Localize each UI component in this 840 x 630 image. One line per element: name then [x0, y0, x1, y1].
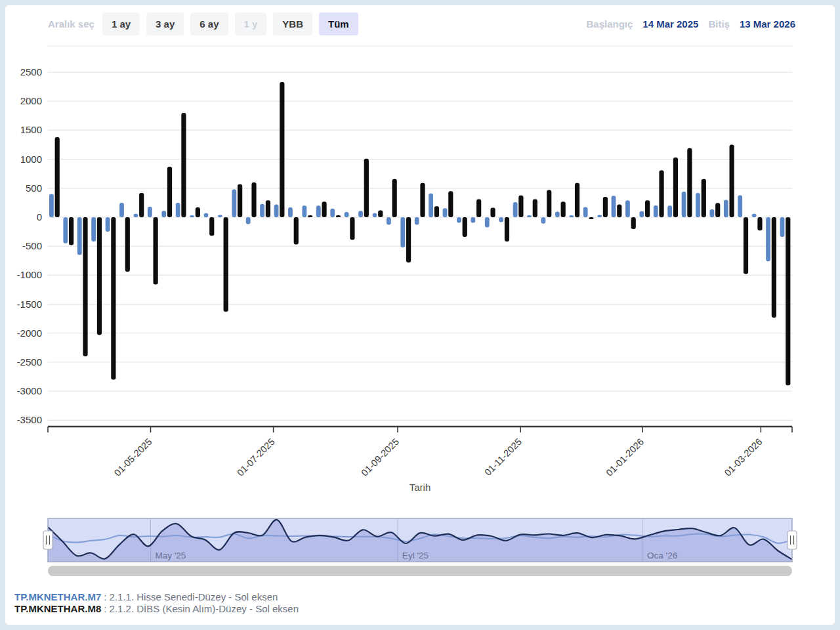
dibs-bar[interactable]: [55, 137, 60, 217]
hisse-bar[interactable]: [738, 195, 742, 217]
hisse-bar[interactable]: [176, 203, 180, 217]
dibs-bar[interactable]: [251, 182, 256, 217]
dibs-bar[interactable]: [154, 217, 158, 285]
dibs-bar[interactable]: [280, 82, 284, 217]
hisse-bar[interactable]: [133, 214, 138, 217]
dibs-bar[interactable]: [448, 191, 453, 217]
dibs-bar[interactable]: [772, 217, 776, 318]
legend-series-code[interactable]: TP.MKNETHAR.M8: [14, 603, 101, 614]
hisse-bar[interactable]: [429, 194, 433, 217]
dibs-bar[interactable]: [294, 217, 299, 245]
dibs-bar[interactable]: [97, 217, 102, 335]
legend-row-TP.MKNETHAR.M8[interactable]: TP.MKNETHAR.M8: 2.1.2. DİBS (Kesin Alım)…: [14, 603, 299, 615]
hisse-bar[interactable]: [555, 212, 560, 217]
dibs-bar[interactable]: [533, 200, 537, 217]
hisse-bar[interactable]: [625, 200, 630, 217]
dibs-bar[interactable]: [308, 215, 312, 217]
hisse-bar[interactable]: [612, 196, 616, 217]
hisse-bar[interactable]: [49, 194, 54, 217]
hisse-bar[interactable]: [387, 217, 391, 224]
hisse-bar[interactable]: [766, 217, 770, 261]
hisse-bar[interactable]: [682, 192, 686, 217]
dibs-bar[interactable]: [181, 113, 186, 217]
hisse-bar[interactable]: [260, 204, 264, 217]
dibs-bar[interactable]: [364, 159, 369, 217]
dibs-bar[interactable]: [589, 217, 593, 219]
hisse-bar[interactable]: [302, 205, 306, 217]
hisse-bar[interactable]: [485, 217, 490, 227]
hisse-bar[interactable]: [373, 213, 377, 217]
dibs-bar[interactable]: [575, 183, 579, 217]
dibs-bar[interactable]: [463, 217, 467, 237]
dibs-bar[interactable]: [350, 217, 354, 240]
hisse-bar[interactable]: [527, 215, 532, 217]
dibs-bar[interactable]: [336, 215, 341, 217]
hisse-bar[interactable]: [696, 193, 700, 217]
hisse-bar[interactable]: [190, 215, 194, 217]
hisse-bar[interactable]: [654, 205, 658, 217]
dibs-bar[interactable]: [547, 190, 551, 217]
hisse-bar[interactable]: [513, 202, 518, 217]
dibs-bar[interactable]: [125, 217, 130, 272]
hisse-bar[interactable]: [780, 217, 785, 237]
hisse-bar[interactable]: [91, 217, 96, 242]
dibs-bar[interactable]: [167, 167, 172, 217]
dibs-bar[interactable]: [603, 197, 608, 217]
hisse-bar[interactable]: [77, 217, 82, 255]
range-button-6-ay[interactable]: 6 ay: [190, 12, 228, 35]
range-button-3-ay[interactable]: 3 ay: [146, 12, 184, 35]
dibs-bar[interactable]: [83, 217, 87, 356]
navigator-left-handle[interactable]: [43, 531, 52, 549]
hisse-bar[interactable]: [274, 205, 279, 217]
range-button-ybb[interactable]: YBB: [273, 12, 312, 35]
dibs-bar[interactable]: [561, 201, 566, 217]
hisse-bar[interactable]: [232, 190, 236, 217]
hisse-bar[interactable]: [541, 217, 546, 224]
dibs-bar[interactable]: [434, 206, 439, 217]
hisse-bar[interactable]: [161, 211, 166, 217]
dibs-bar[interactable]: [757, 217, 762, 230]
dibs-bar[interactable]: [631, 217, 636, 229]
scrollbar-thumb[interactable]: [48, 566, 792, 576]
hisse-bar[interactable]: [499, 217, 503, 222]
legend-row-TP.MKNETHAR.M7[interactable]: TP.MKNETHAR.M7: 2.1.1. Hisse Senedi-Düze…: [14, 591, 299, 603]
dibs-bar[interactable]: [715, 203, 720, 217]
dibs-bar[interactable]: [687, 148, 692, 217]
end-date-value[interactable]: 13 Mar 2026: [740, 18, 795, 30]
bars-dibs[interactable]: [55, 82, 791, 385]
hisse-bar[interactable]: [330, 209, 335, 217]
dibs-bar[interactable]: [673, 158, 678, 217]
dibs-bar[interactable]: [196, 207, 200, 217]
navigator[interactable]: May '25Eyl '25Oca '26: [43, 518, 797, 562]
hisse-bar[interactable]: [457, 217, 461, 222]
hisse-bar[interactable]: [400, 217, 405, 247]
hisse-bar[interactable]: [218, 215, 222, 217]
dibs-bar[interactable]: [476, 200, 481, 217]
hisse-bar[interactable]: [752, 214, 757, 217]
dibs-bar[interactable]: [420, 183, 425, 217]
dibs-bar[interactable]: [702, 179, 706, 217]
hisse-bar[interactable]: [471, 217, 475, 222]
hisse-bar[interactable]: [639, 211, 644, 217]
hisse-bar[interactable]: [246, 217, 251, 224]
hisse-bar[interactable]: [710, 209, 715, 217]
dibs-bar[interactable]: [659, 170, 663, 217]
range-button-1-ay[interactable]: 1 ay: [102, 12, 140, 35]
hisse-bar[interactable]: [106, 217, 110, 232]
navigator-right-handle[interactable]: [788, 531, 797, 549]
dibs-bar[interactable]: [786, 217, 790, 385]
dibs-bar[interactable]: [490, 207, 495, 217]
range-button-tüm[interactable]: Tüm: [319, 12, 358, 35]
dibs-bar[interactable]: [518, 196, 523, 217]
hisse-bar[interactable]: [204, 213, 209, 217]
hisse-bar[interactable]: [288, 207, 293, 217]
dibs-bar[interactable]: [224, 217, 228, 312]
dibs-bar[interactable]: [209, 217, 214, 236]
hisse-bar[interactable]: [345, 212, 349, 217]
hisse-bar[interactable]: [724, 200, 728, 217]
hisse-bar[interactable]: [148, 207, 152, 217]
dibs-bar[interactable]: [392, 179, 397, 217]
hisse-bar[interactable]: [443, 208, 448, 217]
hisse-bar[interactable]: [63, 217, 68, 243]
dibs-bar[interactable]: [322, 201, 326, 217]
